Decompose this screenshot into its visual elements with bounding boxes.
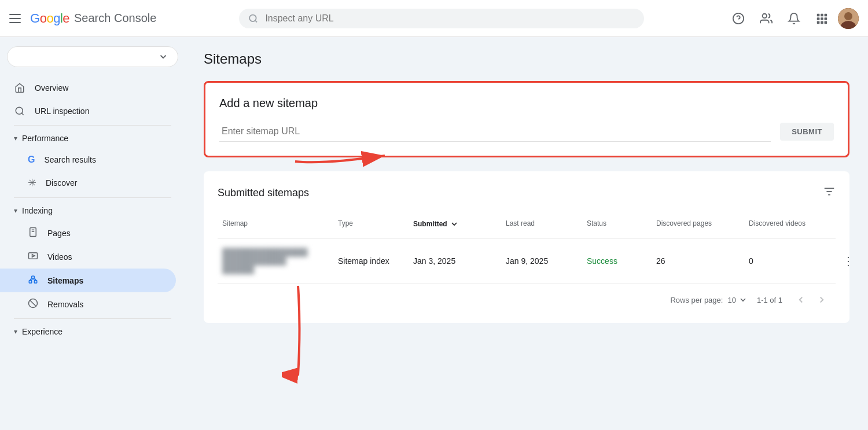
submit-button[interactable]: SUBMIT: [780, 123, 834, 141]
add-sitemap-title: Add a new sitemap: [219, 97, 834, 110]
sitemaps-label: Sitemaps: [47, 276, 83, 285]
filter-icon[interactable]: [823, 185, 836, 201]
table-row: ██████████████████████████████████ Sitem…: [218, 238, 836, 284]
search-bar-container: [239, 9, 644, 28]
svg-rect-8: [817, 17, 820, 20]
table-footer: Rows per page: 10 1-1 of 1: [218, 284, 836, 309]
experience-section-header[interactable]: ▾ Experience: [0, 321, 185, 342]
svg-rect-5: [817, 13, 820, 16]
next-page-button[interactable]: [812, 291, 831, 309]
cell-discovered-pages: 26: [652, 252, 744, 270]
google-logo: Google: [30, 11, 69, 26]
svg-point-4: [763, 13, 767, 17]
page-title: Sitemaps: [204, 51, 849, 67]
divider-1: [14, 125, 171, 126]
indexing-section-label: Indexing: [22, 206, 53, 215]
sidebar-item-videos[interactable]: Videos: [0, 245, 176, 269]
url-inspect-icon: [14, 105, 25, 117]
url-inspect-input[interactable]: [265, 13, 635, 24]
performance-section-header[interactable]: ▾ Performance: [0, 128, 185, 149]
col-sitemap-header: Sitemap: [218, 215, 333, 233]
add-sitemap-card: Add a new sitemap SUBMIT: [204, 81, 849, 157]
apps-grid-button[interactable]: [810, 7, 833, 30]
svg-rect-11: [817, 21, 820, 24]
videos-icon: [28, 251, 38, 263]
cell-submitted: Jan 3, 2025: [409, 252, 501, 270]
svg-point-0: [249, 14, 256, 21]
col-status-header: Status: [582, 215, 652, 233]
performance-expand-icon: ▾: [14, 134, 17, 142]
videos-label: Videos: [47, 252, 72, 262]
svg-rect-6: [821, 13, 823, 16]
cell-last-read: Jan 9, 2025: [501, 252, 582, 270]
cell-row-menu[interactable]: ⋮: [837, 249, 860, 273]
sidebar-item-overview[interactable]: Overview: [0, 76, 176, 100]
sidebar-item-search-results[interactable]: G Search results: [0, 149, 176, 171]
property-select[interactable]: [7, 46, 178, 67]
svg-rect-7: [825, 13, 827, 16]
svg-rect-10: [825, 17, 827, 20]
rows-per-page-value: 10: [727, 296, 735, 304]
property-select-text: [17, 52, 153, 61]
svg-rect-12: [821, 21, 823, 24]
removals-icon: [28, 298, 38, 310]
pagination-buttons: [792, 291, 831, 309]
pagination-info: 1-1 of 1: [757, 296, 782, 304]
topbar: Google Search Console: [0, 0, 868, 37]
svg-line-32: [30, 300, 36, 307]
search-bar[interactable]: [239, 9, 644, 28]
menu-icon[interactable]: [9, 12, 23, 25]
sitemaps-icon: [28, 274, 38, 286]
svg-rect-22: [29, 253, 38, 259]
experience-section-label: Experience: [22, 327, 62, 336]
discover-icon: ✳: [28, 177, 36, 189]
product-name: Search Console: [74, 12, 156, 25]
search-results-label: Search results: [44, 155, 95, 164]
avatar[interactable]: [838, 8, 859, 29]
chevron-down-icon: [158, 52, 168, 62]
svg-rect-25: [34, 281, 37, 284]
sidebar-item-url-inspection[interactable]: URL inspection: [0, 100, 176, 123]
people-icon-btn[interactable]: [755, 7, 778, 30]
svg-rect-13: [825, 21, 827, 24]
blurred-sitemap-url: ██████████████████████████████████: [222, 248, 329, 274]
cell-discovered-videos: 0: [744, 252, 837, 270]
svg-point-17: [16, 107, 23, 114]
submitted-header: Submitted sitemaps: [218, 185, 836, 201]
indexing-section-header[interactable]: ▾ Indexing: [0, 200, 185, 221]
help-button[interactable]: [727, 7, 750, 30]
google-g-icon: G: [28, 155, 35, 165]
sort-desc-icon: [450, 219, 459, 229]
cell-sitemap: ██████████████████████████████████: [218, 243, 333, 278]
pages-icon: [28, 227, 38, 239]
col-actions-header: [837, 215, 860, 233]
col-submitted-header[interactable]: Submitted: [409, 215, 501, 233]
cell-type: Sitemap index: [333, 252, 409, 270]
indexing-expand-icon: ▾: [14, 207, 17, 215]
sidebar: Overview URL inspection ▾ Performance G …: [0, 37, 185, 430]
rows-per-page-select[interactable]: 10: [727, 295, 747, 304]
sidebar-item-removals[interactable]: Removals: [0, 292, 176, 316]
prev-page-button[interactable]: [792, 291, 810, 309]
col-lastread-header: Last read: [501, 215, 582, 233]
sidebar-item-sitemaps[interactable]: Sitemaps: [0, 269, 176, 292]
notification-bell-button[interactable]: [782, 7, 806, 30]
performance-section-label: Performance: [22, 134, 68, 143]
sitemap-url-input[interactable]: [219, 122, 771, 142]
svg-rect-24: [29, 281, 32, 284]
svg-marker-23: [32, 255, 35, 258]
main-layout: Overview URL inspection ▾ Performance G …: [0, 37, 868, 430]
col-discovered-pages-header: Discovered pages: [652, 215, 744, 233]
table-header: Sitemap Type Submitted Last read Status …: [218, 210, 836, 238]
rows-per-page: Rows per page: 10: [670, 295, 748, 304]
discover-label: Discover: [46, 178, 77, 188]
sidebar-item-discover[interactable]: ✳ Discover: [0, 171, 176, 195]
divider-3: [14, 318, 171, 319]
sitemap-input-row: SUBMIT: [219, 122, 834, 142]
svg-line-18: [21, 113, 23, 115]
col-discovered-videos-header: Discovered videos: [744, 215, 837, 233]
divider-2: [14, 197, 171, 198]
content: Sitemaps Add a new sitemap SUBMIT Submit…: [185, 37, 868, 430]
search-icon: [248, 13, 258, 24]
sidebar-item-pages[interactable]: Pages: [0, 221, 176, 245]
